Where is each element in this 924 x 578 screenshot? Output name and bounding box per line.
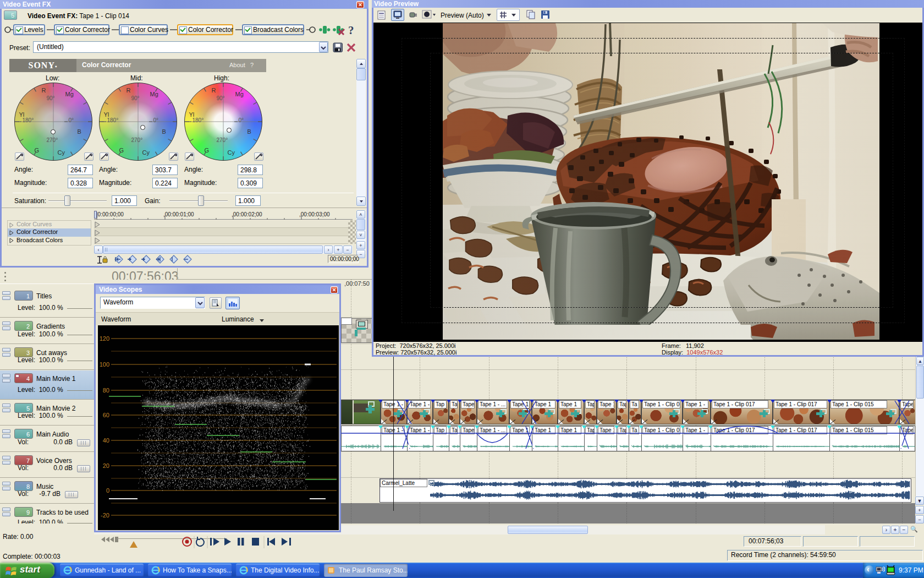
- svg-text:20: 20: [103, 462, 109, 469]
- svg-text:-20: -20: [101, 512, 109, 519]
- svg-text:?: ?: [348, 24, 354, 36]
- svg-text:100: 100: [100, 361, 109, 368]
- svg-text:120: 120: [100, 335, 109, 342]
- svg-text:80: 80: [103, 387, 109, 394]
- svg-text:40: 40: [103, 437, 109, 444]
- svg-text:60: 60: [103, 412, 109, 418]
- svg-text:0: 0: [106, 487, 109, 494]
